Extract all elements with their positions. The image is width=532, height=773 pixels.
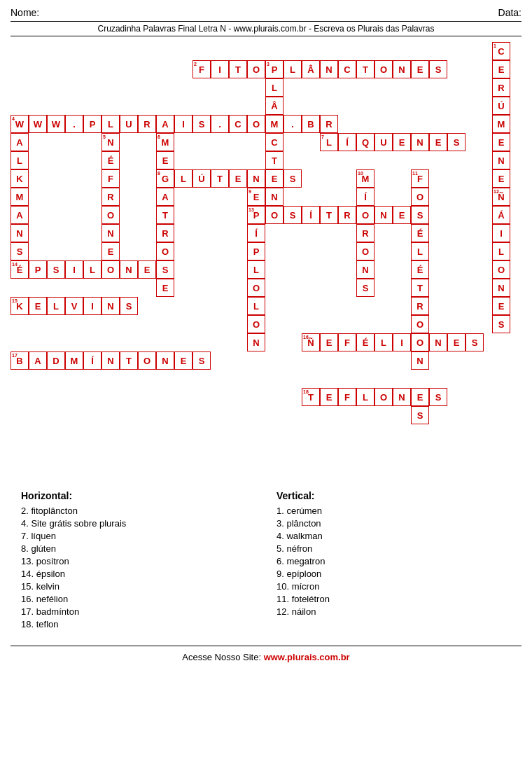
cell-r3-c14: Â	[265, 97, 284, 115]
cell-r7-c8b: 8G	[156, 169, 174, 188]
page: Nome: Data: Cruzadinha Palavras Final Le…	[0, 0, 532, 675]
crossword-grid: 1C 2F I T O 3P L Â N C T O N E S L Â N C…	[10, 42, 522, 476]
cell-r15-c22: O	[411, 315, 429, 333]
clue-v10: 10. mícron	[276, 581, 511, 592]
cell-r15-c22c: O	[411, 333, 429, 351]
cell-r12-c22: É	[411, 260, 429, 279]
cell-r7-c13: N	[247, 169, 265, 188]
cell-r13-c0: 15K	[10, 297, 29, 315]
cell-r4-c8: A	[156, 115, 174, 133]
cell-r1-c19: T	[356, 60, 374, 78]
cell-r11-c0: S	[10, 242, 29, 260]
cell-r11-c1: P	[29, 260, 47, 279]
cell-r16-c13: N	[247, 333, 265, 351]
clue-v4: 4. walkman	[276, 531, 511, 541]
cell-r5-c17: 7L	[320, 133, 338, 151]
cell-r4-c3: .	[65, 115, 83, 133]
cell-r8-c0: M	[10, 188, 29, 206]
cell-r9-c20: N	[374, 206, 393, 224]
cell-r0-c27: 1C	[492, 42, 510, 60]
clue-h17: 17. badmínton	[21, 606, 255, 617]
horizontal-title: Horizontal:	[21, 490, 255, 501]
clue-h15: 15. kelvin	[21, 581, 255, 592]
cell-r4-c7: R	[138, 115, 156, 133]
cell-r15-c17: E	[320, 333, 338, 351]
cell-r1-c23: S	[429, 60, 447, 78]
cell-r4-c4: P	[83, 115, 102, 133]
cell-r11-c8b: S	[156, 260, 174, 279]
subtitle: Cruzadinha Palavras Final Letra N - www.…	[10, 21, 522, 36]
cell-r4-c9: I	[174, 115, 192, 133]
cell-r7-c0: K	[10, 169, 29, 188]
cell-r1-c11: I	[211, 60, 229, 78]
cell-r13-c19: S	[356, 279, 374, 297]
cell-r9-c5: O	[102, 206, 120, 224]
cell-r5-c27: E	[492, 133, 510, 151]
cell-r8-c22: O	[411, 188, 429, 206]
cell-r4-c27: M	[492, 115, 510, 133]
clue-v3: 3. plâncton	[276, 518, 511, 529]
cell-r5-c23: E	[429, 133, 447, 151]
cell-r15-c25: S	[465, 333, 484, 351]
cell-r7-c22: 11F	[411, 169, 429, 188]
cell-r15-c27: S	[492, 315, 510, 333]
cell-r8-c5: R	[102, 188, 120, 206]
clue-v6: 6. megatron	[276, 556, 511, 566]
cell-r7-c12: E	[229, 169, 247, 188]
cell-r7-c14c: E	[265, 169, 284, 188]
cell-r11-c0b: 14É	[10, 260, 29, 279]
cell-r9-c22b: S	[411, 206, 429, 224]
cell-r9-c13b: 13P	[247, 206, 265, 224]
clue-h7: 7. líquen	[21, 531, 255, 541]
clue-h2: 2. fitoplâncton	[21, 506, 255, 516]
footer: Acesse Nosso Site: www.plurais.com.br	[10, 646, 522, 668]
cell-r15-c13: O	[247, 315, 265, 333]
cell-r15-c24: E	[447, 333, 465, 351]
cell-r3-c27: Ú	[492, 97, 510, 115]
cell-r16-c4: Í	[83, 351, 102, 370]
cell-r4-c5: L	[102, 115, 120, 133]
cell-r13-c13: O	[247, 279, 265, 297]
clue-v5: 5. néfron	[276, 543, 511, 554]
footer-site: www.plurais.com.br	[264, 652, 350, 662]
cell-r4-c17: R	[320, 115, 338, 133]
cell-r11-c7: E	[138, 260, 156, 279]
cell-r7-c9: L	[174, 169, 192, 188]
cell-r15-c20: L	[374, 333, 393, 351]
cell-r9-c0: A	[10, 206, 29, 224]
cell-r13-c3: V	[65, 297, 83, 315]
cell-r6-c8: E	[156, 151, 174, 169]
cell-r16-c0: 17B	[10, 351, 29, 370]
cell-r10-c19: R	[356, 224, 374, 242]
cell-r16-c9: E	[174, 351, 192, 370]
cell-r7-c10: Ú	[192, 169, 211, 188]
cell-r6-c14: T	[265, 151, 284, 169]
cell-r13-c5: N	[102, 297, 120, 315]
cell-r16-c1: A	[29, 351, 47, 370]
cell-r11-c8: O	[156, 242, 174, 260]
cell-r16-c3: M	[65, 351, 83, 370]
cell-r11-c13: P	[247, 242, 265, 260]
clue-v9: 9. epíploon	[276, 569, 511, 579]
cell-r10-c5: N	[102, 224, 120, 242]
cell-r9-c14: O	[265, 206, 284, 224]
cell-r5-c21: E	[393, 133, 411, 151]
cell-r19-c22: S	[411, 406, 429, 424]
cell-r15-c18: F	[338, 333, 356, 351]
horizontal-clues: Horizontal: 2. fitoplâncton 4. Site grát…	[21, 490, 255, 632]
cell-r1-c20: O	[374, 60, 393, 78]
cell-r12-c27: O	[492, 260, 510, 279]
cell-r11-c19: O	[356, 242, 374, 260]
cell-r8-c8: A	[156, 188, 174, 206]
cell-r14-c22: R	[411, 297, 429, 315]
cell-r9-c8: T	[156, 206, 174, 224]
vertical-title: Vertical:	[276, 490, 511, 501]
cell-r5-c14: C	[265, 133, 284, 151]
cell-r16-c2: D	[47, 351, 65, 370]
clue-h8: 8. glúten	[21, 543, 255, 554]
cell-r15-c19: É	[356, 333, 374, 351]
cell-r14-c27: E	[492, 297, 510, 315]
cell-r13-c1: E	[29, 297, 47, 315]
cell-r5-c8: 6M	[156, 133, 174, 151]
cell-r11-c3: I	[65, 260, 83, 279]
